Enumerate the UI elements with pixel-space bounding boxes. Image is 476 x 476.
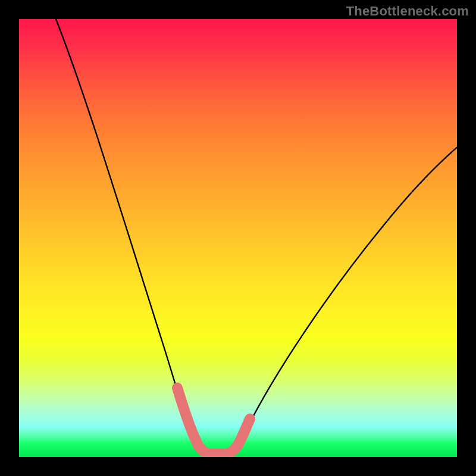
- bottleneck-curve-line: [54, 19, 457, 453]
- valley-highlight-segment: [177, 388, 250, 454]
- chart-svg: [19, 19, 457, 457]
- watermark-text: TheBottleneck.com: [346, 4, 469, 19]
- chart-plot-area: [19, 19, 457, 457]
- chart-frame: TheBottleneck.com: [0, 0, 476, 476]
